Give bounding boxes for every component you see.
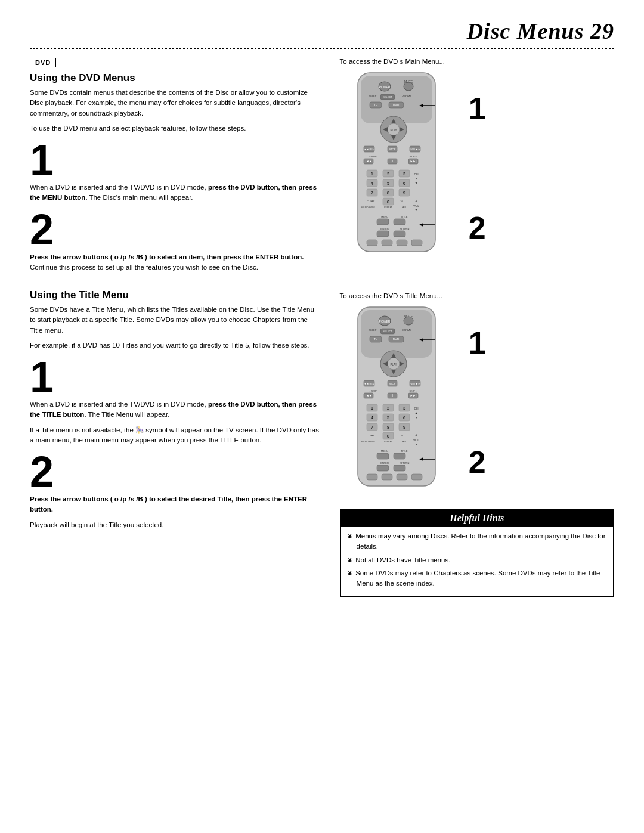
svg-text:TITLE: TITLE — [401, 215, 407, 218]
svg-text:▼: ▼ — [414, 208, 417, 212]
svg-rect-77 — [411, 240, 422, 246]
svg-text:◄◄ REV: ◄◄ REV — [364, 382, 374, 385]
section1-intro: Some DVDs contain menus that describe th… — [30, 88, 322, 119]
remote2-step2: 2 — [469, 444, 486, 480]
svg-text:TV: TV — [373, 103, 377, 107]
svg-text:RETURN: RETURN — [399, 462, 409, 465]
remote2-step1: 1 — [469, 325, 486, 361]
svg-text:SELECT: SELECT — [383, 95, 392, 98]
svg-text:1: 1 — [371, 172, 373, 176]
svg-rect-83 — [361, 310, 432, 358]
svg-text:2: 2 — [387, 172, 389, 176]
svg-text:3: 3 — [403, 172, 405, 176]
svg-text:4: 4 — [371, 416, 373, 420]
dotted-divider — [30, 48, 614, 49]
remote1-svg-wrap: POWER MUTE SLEEP SELECT DISPLAY TV — [340, 70, 459, 262]
svg-text:|◄◄: |◄◄ — [365, 159, 371, 163]
svg-text:▲: ▲ — [414, 411, 417, 414]
hint-item-3: ¥ Some DVDs may refer to Chapters as sce… — [348, 568, 606, 589]
svg-text:A-B: A-B — [402, 441, 407, 443]
svg-text:MENU: MENU — [381, 450, 388, 453]
svg-text:DVD: DVD — [392, 103, 399, 107]
svg-text:3: 3 — [403, 406, 405, 410]
svg-text:VOL: VOL — [413, 438, 419, 442]
svg-text:6: 6 — [403, 181, 405, 185]
section-dvd-menus: Using the DVD Menus Some DVDs contain me… — [30, 72, 322, 272]
section2-title: Using the Title Menu — [30, 289, 322, 301]
svg-text:DVD: DVD — [392, 337, 399, 341]
hint-item-2: ¥ Not all DVDs have Title menus. — [348, 555, 606, 565]
svg-text:6: 6 — [403, 416, 405, 420]
svg-text:DISPLAY: DISPLAY — [401, 94, 411, 97]
svg-rect-155 — [394, 465, 405, 471]
svg-rect-151 — [394, 453, 405, 459]
svg-text:POWER: POWER — [379, 320, 390, 323]
dvd-badge: DVD — [30, 58, 56, 67]
section-title-menu: Using the Title Menu Some DVDs have a Ti… — [30, 289, 322, 530]
section2-intro2: For example, if a DVD has 10 Titles and … — [30, 340, 322, 351]
svg-text:SOUND MODE: SOUND MODE — [361, 206, 376, 209]
svg-text:5: 5 — [387, 416, 389, 420]
svg-text:PLAY: PLAY — [390, 129, 397, 132]
svg-text:SELECT: SELECT — [383, 330, 392, 333]
svg-text:|◄◄: |◄◄ — [365, 394, 371, 397]
svg-text:II: II — [391, 159, 393, 163]
svg-point-5 — [404, 82, 413, 91]
svg-text:FWD ►►: FWD ►► — [410, 382, 420, 385]
svg-rect-76 — [397, 240, 407, 246]
svg-text:MENU: MENU — [381, 215, 388, 218]
svg-text:7: 7 — [371, 191, 373, 195]
section1-step2-text: Press the arrow buttons ( o /p /s /B ) t… — [30, 252, 322, 273]
remote2-svg-wrap: POWER MUTE SLEEP SELECT DISPLAY TV DVD — [340, 304, 459, 497]
remote1-caption: To access the DVD s Main Menu... — [340, 58, 614, 65]
svg-text:▲: ▲ — [414, 176, 417, 180]
section2-step2-number: 2 — [30, 450, 322, 493]
svg-rect-150 — [377, 453, 389, 459]
svg-rect-154 — [377, 465, 389, 471]
svg-rect-157 — [382, 474, 392, 480]
svg-text:▼: ▼ — [414, 442, 417, 446]
section2-intro: Some DVDs have a Title Menu, which lists… — [30, 305, 322, 336]
svg-text:←SKIP: ←SKIP — [369, 155, 376, 158]
helpful-hints-box: Helpful Hints ¥ Menus may vary among Dis… — [340, 509, 614, 597]
svg-text:DISPLAY: DISPLAY — [401, 329, 411, 332]
section1-step1-text: When a DVD is inserted and the TV/DVD is… — [30, 182, 322, 203]
svg-text:►►|: ►►| — [410, 159, 416, 163]
hint-yen-2: ¥ — [348, 556, 352, 563]
svg-text:TITLE: TITLE — [401, 450, 407, 453]
svg-text:VOL: VOL — [413, 204, 419, 208]
remote2-container: POWER MUTE SLEEP SELECT DISPLAY TV DVD — [340, 304, 614, 497]
hint-item-1: ¥ Menus may vary among Discs. Refer to t… — [348, 531, 606, 552]
svg-text:9: 9 — [403, 425, 405, 429]
section1-intro2: To use the DVD menu and select playback … — [30, 123, 322, 134]
svg-text:2: 2 — [387, 406, 389, 410]
main-layout: DVD Using the DVD Menus Some DVDs contai… — [30, 58, 614, 597]
svg-rect-74 — [367, 240, 377, 246]
svg-rect-68 — [377, 219, 389, 225]
remote1-step2: 2 — [469, 210, 486, 246]
svg-text:STOP: STOP — [389, 382, 395, 385]
hint-yen-1: ¥ — [348, 532, 352, 540]
svg-text:+10: +10 — [399, 200, 404, 203]
svg-text:4: 4 — [371, 181, 373, 185]
svg-text:A-B: A-B — [402, 206, 407, 209]
svg-text:7: 7 — [371, 425, 373, 429]
section2-step2-text: Press the arrow buttons ( o /p /s /B ) t… — [30, 494, 322, 515]
svg-text:CH: CH — [414, 172, 419, 176]
svg-text:TV: TV — [373, 337, 377, 341]
svg-text:SKIP→: SKIP→ — [409, 155, 417, 158]
svg-text:CLEAR: CLEAR — [367, 200, 374, 203]
svg-text:0: 0 — [387, 434, 389, 438]
section2-step1-text: When a DVD is inserted and the TV/DVD is… — [30, 400, 322, 420]
section1-title: Using the DVD Menus — [30, 72, 322, 84]
svg-text:STOP: STOP — [389, 148, 395, 151]
svg-rect-156 — [367, 474, 377, 480]
section1-step2-number: 2 — [30, 208, 322, 251]
svg-text:5: 5 — [387, 181, 389, 185]
svg-text:SLEEP: SLEEP — [369, 329, 376, 332]
svg-rect-158 — [397, 474, 407, 480]
svg-text:CH: CH — [414, 407, 419, 410]
svg-text:SOUND MODE: SOUND MODE — [361, 441, 376, 443]
section2-step1-number: 1 — [30, 355, 322, 398]
helpful-hints-content: ¥ Menus may vary among Discs. Refer to t… — [341, 527, 613, 596]
